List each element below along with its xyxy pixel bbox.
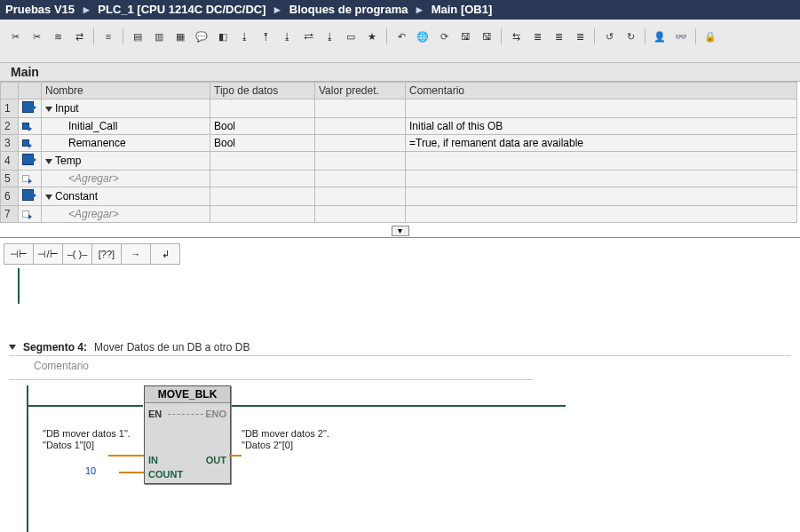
- toolbar-t8-icon[interactable]: ▦: [170, 27, 190, 46]
- toolbar-t15-icon[interactable]: ⭳: [320, 27, 339, 46]
- toolbar-t1-icon[interactable]: ✂: [5, 27, 25, 46]
- cell-name[interactable]: <Agregar>: [42, 171, 210, 187]
- toolbar-t20-icon[interactable]: ⟳: [434, 27, 454, 46]
- cell-default[interactable]: [315, 118, 406, 135]
- cell-name[interactable]: Temp: [42, 152, 210, 171]
- toolbar-t5-icon[interactable]: ≡: [99, 27, 118, 46]
- palette-btn-4[interactable]: →: [122, 243, 151, 265]
- toolbar-t3-icon[interactable]: ≋: [48, 27, 67, 46]
- segment-subtitle: Mover Datos de un DB a otro DB: [94, 341, 250, 353]
- toolbar-t16-icon[interactable]: ▭: [341, 27, 360, 46]
- palette-btn-2[interactable]: –( )–: [63, 243, 92, 265]
- cell-comment[interactable]: [406, 187, 797, 206]
- toolbar-t7-icon[interactable]: ▥: [149, 27, 169, 46]
- palette-btn-5[interactable]: ↲: [151, 243, 180, 265]
- toolbar-t14-icon[interactable]: ⮂: [298, 27, 318, 46]
- toolbar-t9-icon[interactable]: 💬: [192, 27, 211, 46]
- palette-btn-0[interactable]: ⊣⊢: [4, 243, 34, 265]
- toolbar-t29-icon[interactable]: 👤: [650, 27, 669, 46]
- col-default[interactable]: Valor predet.: [315, 83, 406, 99]
- toolbar-t6-icon[interactable]: ▤: [128, 27, 147, 46]
- cell-default[interactable]: [315, 135, 406, 152]
- toolbar-t11-icon[interactable]: ⭳: [234, 27, 254, 46]
- cell-default[interactable]: [315, 99, 406, 118]
- operand-out[interactable]: "DB mover datos 2"."Datos 2"[0]: [242, 428, 348, 451]
- table-row[interactable]: 7<Agregar>: [1, 206, 797, 223]
- cell-type[interactable]: [210, 99, 315, 118]
- operand-in[interactable]: "DB mover datos 1"."Datos 1"[0]: [43, 428, 140, 451]
- toolbar-t18-icon[interactable]: ↶: [392, 27, 411, 46]
- toolbar-t30-icon[interactable]: 👓: [671, 27, 691, 46]
- cell-default[interactable]: [315, 206, 406, 223]
- cell-type[interactable]: Bool: [210, 118, 315, 135]
- segment-comment[interactable]: Comentario: [9, 356, 533, 380]
- toolbar-t17-icon[interactable]: ★: [362, 27, 382, 46]
- crumb-project[interactable]: Pruebas V15: [5, 3, 75, 16]
- toolbar-t13-icon[interactable]: ⭳: [277, 27, 297, 46]
- table-row[interactable]: 1Input: [1, 99, 797, 118]
- toolbar-t10-icon[interactable]: ◧: [213, 27, 233, 46]
- cell-name[interactable]: Remanence: [42, 135, 210, 152]
- cell-type[interactable]: [210, 171, 315, 187]
- segment-header[interactable]: Segmento 4: Mover Datos de un DB a otro …: [9, 341, 791, 356]
- cell-name[interactable]: Input: [42, 99, 210, 118]
- palette-btn-1[interactable]: ⊣/⊢: [34, 243, 63, 265]
- toolbar-t12-icon[interactable]: ⭱: [256, 27, 275, 46]
- port-count[interactable]: COUNT: [148, 469, 183, 480]
- toolbar-t23-icon[interactable]: ⇆: [506, 27, 526, 46]
- toolbar-t25-icon[interactable]: ≣: [549, 27, 568, 46]
- toolbar-t26-icon[interactable]: ≣: [570, 27, 590, 46]
- cell-name[interactable]: <Agregar>: [42, 206, 210, 223]
- table-row[interactable]: 3RemanenceBool=True, if remanent data ar…: [1, 135, 797, 152]
- operand-count[interactable]: 10: [85, 465, 139, 477]
- palette-btn-3[interactable]: [??]: [92, 243, 122, 265]
- table-row[interactable]: 2Initial_CallBoolInitial call of this OB: [1, 118, 797, 135]
- cell-comment[interactable]: [406, 171, 797, 187]
- port-eno: ENO: [205, 409, 226, 419]
- cell-comment[interactable]: [406, 206, 797, 223]
- crumb-group[interactable]: Bloques de programa: [289, 3, 408, 16]
- crumb-block[interactable]: Main [OB1]: [432, 3, 493, 16]
- toolbar-t22-icon[interactable]: 🖫: [477, 27, 496, 46]
- cell-name[interactable]: Constant: [42, 187, 210, 206]
- table-row[interactable]: 6Constant: [1, 187, 797, 206]
- table-row[interactable]: 4Temp: [1, 152, 797, 171]
- cell-type[interactable]: [210, 187, 315, 206]
- col-comment[interactable]: Comentario: [406, 83, 797, 99]
- table-row[interactable]: 5<Agregar>: [1, 171, 797, 187]
- row-pin-icon: [19, 118, 42, 135]
- crumb-device[interactable]: PLC_1 [CPU 1214C DC/DC/DC]: [98, 3, 265, 16]
- cell-default[interactable]: [315, 187, 406, 206]
- cell-type[interactable]: [210, 152, 315, 171]
- toolbar-t31-icon[interactable]: 🔒: [701, 27, 720, 46]
- cell-default[interactable]: [315, 171, 406, 187]
- col-type[interactable]: Tipo de datos: [210, 83, 315, 99]
- cell-comment[interactable]: =True, if remanent data are available: [406, 135, 797, 152]
- toolbar-separator: [123, 28, 123, 44]
- table-expand-handle[interactable]: ▾: [0, 223, 800, 237]
- toolbar-t28-icon[interactable]: ↻: [621, 27, 640, 46]
- row-pin-icon: [19, 171, 42, 187]
- row-pin-icon: [19, 135, 42, 152]
- cell-comment[interactable]: [406, 99, 797, 118]
- cell-name[interactable]: Initial_Call: [42, 118, 210, 135]
- port-out[interactable]: OUT: [206, 455, 226, 465]
- toolbar-t24-icon[interactable]: ≣: [527, 27, 547, 46]
- toolbar-t4-icon[interactable]: ⇄: [69, 27, 89, 46]
- chevron-right-icon: ▸: [83, 3, 90, 16]
- toolbar-t19-icon[interactable]: 🌐: [413, 27, 432, 46]
- toolbar-separator: [594, 28, 595, 44]
- cell-comment[interactable]: Initial call of this OB: [406, 118, 797, 135]
- cell-comment[interactable]: [406, 152, 797, 171]
- toolbar-t27-icon[interactable]: ↺: [599, 27, 619, 46]
- cell-default[interactable]: [315, 152, 406, 171]
- rail-stub: [0, 268, 800, 304]
- cell-type[interactable]: [210, 206, 315, 223]
- toolbar-t21-icon[interactable]: 🖫: [455, 27, 475, 46]
- col-name[interactable]: Nombre: [42, 83, 210, 99]
- cell-type[interactable]: Bool: [210, 135, 315, 152]
- toolbar-t2-icon[interactable]: ✂: [27, 27, 46, 46]
- port-in[interactable]: IN: [148, 455, 158, 465]
- ladder-network[interactable]: MOVE_BLK EN ENO IN OUT COUNT "DB mover d…: [9, 385, 791, 532]
- move-blk-instruction[interactable]: MOVE_BLK EN ENO IN OUT COUNT: [144, 385, 231, 484]
